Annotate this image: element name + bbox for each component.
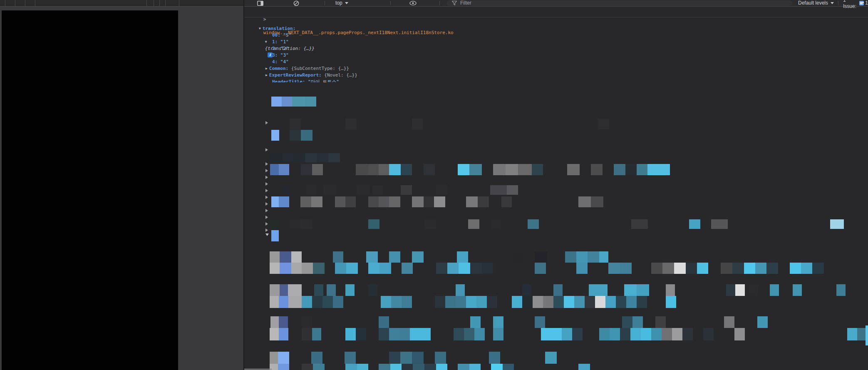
censored-block xyxy=(436,185,447,195)
censored-block xyxy=(744,263,755,274)
chevron-down-icon xyxy=(831,2,834,4)
censored-block xyxy=(666,284,675,296)
censored-block xyxy=(474,328,485,340)
censored-block xyxy=(302,328,312,340)
censored-block xyxy=(401,185,412,195)
console-row-divider xyxy=(244,17,868,17)
censored-block xyxy=(270,296,279,308)
censored-block xyxy=(651,328,662,340)
censored-block xyxy=(578,196,591,207)
censored-block xyxy=(333,296,343,308)
caret-down-icon[interactable]: ▼ xyxy=(259,25,261,32)
tree-row-00[interactable]: 00: "5" xyxy=(272,32,291,39)
censored-block xyxy=(345,284,355,296)
censored-block xyxy=(608,263,620,274)
expander-right-icon[interactable] xyxy=(265,189,268,192)
censored-block xyxy=(541,328,562,340)
issues-counter[interactable]: 1 Issue: 1 xyxy=(843,0,868,6)
censored-block xyxy=(672,328,682,340)
censored-block xyxy=(755,263,766,274)
tree-row-3[interactable]: 3: "3" xyxy=(272,52,289,59)
censored-block xyxy=(312,328,321,340)
censored-block xyxy=(270,263,280,274)
censored-block xyxy=(278,352,289,364)
censored-block xyxy=(282,185,291,195)
tree-row-translation[interactable]: ▼translation: xyxy=(259,25,295,32)
tree-row-ExpertReviewReport[interactable]: ▶ExpertReviewReport: {Novel: {…}} xyxy=(265,72,357,79)
censored-block xyxy=(491,219,501,229)
censored-block xyxy=(735,284,745,296)
expander-right-icon[interactable] xyxy=(265,196,268,199)
censored-block xyxy=(290,130,301,141)
censored-block xyxy=(470,316,481,328)
expander-right-icon[interactable] xyxy=(265,202,268,206)
censored-block xyxy=(300,196,311,207)
censored-block xyxy=(620,328,630,340)
censored-block xyxy=(458,364,469,370)
censored-block xyxy=(522,284,531,296)
expander-right-icon[interactable] xyxy=(265,228,268,232)
censored-block xyxy=(801,263,812,274)
tree-row-Common[interactable]: ▶Common: {SubContentType: {…}} xyxy=(265,65,349,72)
censored-block xyxy=(647,164,670,175)
expander-right-icon[interactable] xyxy=(265,209,268,212)
censored-block xyxy=(379,164,389,175)
censored-block xyxy=(381,296,391,308)
log-level-selector[interactable]: Default levels xyxy=(798,0,834,6)
tree-row-HeaderTitle[interactable]: HeaderTitle: "마이 트토스" xyxy=(272,79,339,82)
censored-block xyxy=(503,364,514,370)
toolbar-separator xyxy=(390,1,391,5)
censored-block xyxy=(279,316,288,328)
censored-block xyxy=(346,263,358,274)
censored-block xyxy=(402,364,413,370)
censored-block xyxy=(270,328,279,340)
tree-row-1[interactable]: 1: "1" xyxy=(272,39,289,45)
expander-right-icon[interactable] xyxy=(265,169,268,172)
screenshot-root: top Filter xyxy=(0,0,868,370)
censored-block xyxy=(278,364,289,370)
info-badge-icon[interactable]: i xyxy=(268,52,273,57)
clear-console-button[interactable] xyxy=(293,0,299,6)
censored-block xyxy=(379,364,390,370)
chevron-down-icon xyxy=(345,2,348,4)
console-sidebar-toggle-button[interactable] xyxy=(257,0,263,6)
expander-right-icon[interactable] xyxy=(265,216,268,219)
expander-right-icon[interactable] xyxy=(265,222,268,226)
censored-block xyxy=(830,219,844,229)
expander-down-icon[interactable] xyxy=(265,233,269,236)
censored-block xyxy=(424,196,434,207)
devtools-panel: top Filter xyxy=(244,0,868,370)
censored-block xyxy=(766,263,778,274)
caret-down-icon[interactable]: ▼ xyxy=(265,39,267,45)
property-value-string: "5" xyxy=(280,32,292,38)
censored-block xyxy=(651,263,662,274)
censored-block xyxy=(535,316,545,328)
property-key: translation: xyxy=(263,26,295,31)
caret-right-icon[interactable]: ▶ xyxy=(265,65,268,72)
strip-tick xyxy=(15,0,15,6)
expander-right-icon[interactable] xyxy=(265,176,268,179)
censored-block xyxy=(585,296,595,308)
censored-block xyxy=(790,263,801,274)
strip-tick xyxy=(5,0,5,6)
tree-row-4[interactable]: 4: "4" xyxy=(272,59,289,65)
censored-block xyxy=(390,364,402,370)
censored-block xyxy=(576,263,588,274)
censored-block xyxy=(576,251,588,263)
expander-right-icon[interactable] xyxy=(265,162,268,166)
censored-block xyxy=(641,328,651,340)
censored-block xyxy=(270,153,282,162)
filter-input[interactable]: Filter xyxy=(446,0,793,6)
censored-block xyxy=(866,325,868,345)
censored-block xyxy=(335,263,346,274)
censored-block xyxy=(605,296,616,308)
expander-right-icon[interactable] xyxy=(265,148,268,151)
censored-block xyxy=(333,251,343,263)
expander-right-icon[interactable] xyxy=(265,121,268,124)
expander-right-icon[interactable] xyxy=(265,182,268,186)
censored-block xyxy=(368,196,379,207)
tree-row-2[interactable]: 2: "2" xyxy=(272,45,289,52)
create-live-expression-button[interactable] xyxy=(409,0,417,6)
javascript-context-selector[interactable]: top xyxy=(335,0,348,6)
caret-right-icon[interactable]: ▶ xyxy=(265,72,268,79)
